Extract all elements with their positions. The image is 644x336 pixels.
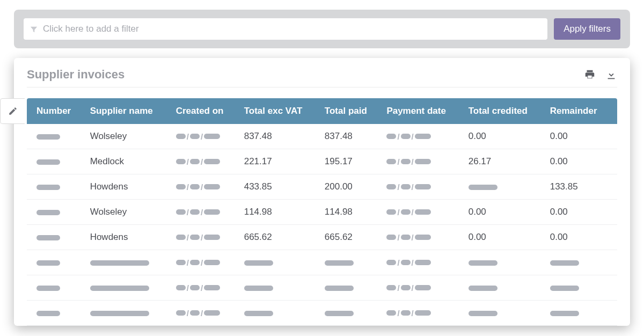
table-row[interactable]: Wolseley//114.98114.98//0.000.00 bbox=[27, 200, 617, 225]
placeholder bbox=[469, 286, 497, 291]
placeholder bbox=[190, 235, 200, 240]
table-header-row: Number Supplier name Created on Total ex… bbox=[27, 98, 617, 124]
table-row[interactable]: Howdens//433.85200.00//133.85 bbox=[27, 174, 617, 200]
date-placeholder: // bbox=[176, 309, 220, 317]
placeholder bbox=[36, 185, 60, 190]
placeholder bbox=[386, 260, 396, 265]
placeholder bbox=[36, 210, 60, 215]
cell-created: // bbox=[171, 200, 239, 225]
placeholder bbox=[90, 286, 149, 291]
cell-total-credited bbox=[463, 275, 545, 301]
cell-total-paid: 837.48 bbox=[319, 124, 382, 149]
col-total-credited[interactable]: Total credited bbox=[463, 98, 545, 124]
placeholder bbox=[36, 159, 60, 165]
placeholder bbox=[386, 285, 396, 290]
cell-total-paid bbox=[319, 250, 382, 275]
table-row[interactable]: //// bbox=[27, 275, 617, 301]
cell-total-credited: 26.17 bbox=[463, 149, 545, 174]
cell-total-paid bbox=[319, 301, 382, 326]
cell-remainder: 133.85 bbox=[545, 174, 617, 200]
print-icon[interactable] bbox=[584, 69, 596, 81]
cell-created: // bbox=[171, 124, 239, 149]
placeholder bbox=[401, 285, 411, 290]
cell-number bbox=[27, 124, 85, 149]
placeholder bbox=[550, 311, 579, 316]
col-total-exc-vat[interactable]: Total exc VAT bbox=[239, 98, 319, 124]
download-icon[interactable] bbox=[605, 69, 617, 81]
placeholder bbox=[190, 184, 200, 189]
placeholder bbox=[190, 209, 200, 215]
cell-supplier: Wolseley bbox=[85, 200, 171, 225]
placeholder bbox=[401, 159, 411, 164]
cell-number bbox=[27, 275, 85, 301]
placeholder bbox=[401, 134, 411, 139]
cell-payment-date: // bbox=[381, 124, 463, 149]
invoices-table: Number Supplier name Created on Total ex… bbox=[27, 98, 617, 326]
placeholder bbox=[401, 209, 411, 215]
placeholder bbox=[415, 260, 431, 265]
cell-remainder: 0.00 bbox=[545, 149, 617, 174]
col-payment-date[interactable]: Payment date bbox=[381, 98, 463, 124]
placeholder bbox=[469, 185, 497, 190]
date-placeholder: // bbox=[176, 284, 220, 292]
cell-payment-date: // bbox=[381, 174, 463, 200]
placeholder bbox=[36, 235, 60, 240]
cell-payment-date: // bbox=[381, 149, 463, 174]
placeholder bbox=[325, 286, 354, 291]
cell-number bbox=[27, 200, 85, 225]
cell-total-credited: 0.00 bbox=[463, 124, 545, 149]
placeholder bbox=[190, 134, 200, 139]
table-row[interactable]: Wolseley//837.48837.48//0.000.00 bbox=[27, 124, 617, 149]
placeholder bbox=[204, 184, 220, 189]
date-placeholder: // bbox=[386, 259, 430, 267]
placeholder bbox=[176, 260, 186, 265]
cell-created: // bbox=[171, 149, 239, 174]
col-supplier[interactable]: Supplier name bbox=[85, 98, 171, 124]
cell-supplier bbox=[85, 250, 171, 275]
placeholder bbox=[176, 159, 186, 164]
placeholder bbox=[401, 235, 411, 240]
cell-number bbox=[27, 149, 85, 174]
date-placeholder: // bbox=[386, 183, 430, 191]
date-placeholder: // bbox=[386, 208, 430, 216]
cell-created: // bbox=[171, 301, 239, 326]
date-placeholder: // bbox=[386, 309, 430, 317]
placeholder bbox=[415, 159, 431, 164]
cell-total-exc-vat bbox=[239, 301, 319, 326]
col-remainder[interactable]: Remainder bbox=[545, 98, 617, 124]
table-row[interactable]: //// bbox=[27, 250, 617, 275]
cell-total-paid: 114.98 bbox=[319, 200, 382, 225]
col-created[interactable]: Created on bbox=[171, 98, 239, 124]
placeholder bbox=[176, 310, 186, 316]
filter-bar: Click here to add a filter Apply filters bbox=[14, 10, 630, 48]
date-placeholder: // bbox=[386, 158, 430, 166]
cell-payment-date: // bbox=[381, 225, 463, 250]
cell-remainder: 0.00 bbox=[545, 200, 617, 225]
col-total-paid[interactable]: Total paid bbox=[319, 98, 382, 124]
apply-filters-button[interactable]: Apply filters bbox=[554, 18, 620, 40]
table-row[interactable]: Howdens//665.62665.62//0.000.00 bbox=[27, 225, 617, 250]
cell-number bbox=[27, 225, 85, 250]
placeholder bbox=[36, 134, 60, 140]
cell-payment-date: // bbox=[381, 301, 463, 326]
placeholder bbox=[415, 310, 431, 316]
cell-total-exc-vat: 665.62 bbox=[239, 225, 319, 250]
col-number[interactable]: Number bbox=[27, 98, 85, 124]
table-row[interactable]: Medlock//221.17195.17//26.170.00 bbox=[27, 149, 617, 174]
placeholder bbox=[386, 235, 396, 240]
table-row[interactable]: //// bbox=[27, 301, 617, 326]
placeholder bbox=[204, 159, 220, 164]
cell-supplier: Wolseley bbox=[85, 124, 171, 149]
date-placeholder: // bbox=[176, 183, 220, 191]
placeholder bbox=[386, 209, 396, 215]
edit-columns-tab[interactable] bbox=[0, 98, 25, 124]
cell-total-credited bbox=[463, 250, 545, 275]
cell-total-exc-vat bbox=[239, 250, 319, 275]
placeholder bbox=[176, 235, 186, 240]
cell-remainder: 0.00 bbox=[545, 124, 617, 149]
cell-total-paid bbox=[319, 275, 382, 301]
filter-input[interactable]: Click here to add a filter bbox=[24, 18, 547, 40]
cell-total-paid: 200.00 bbox=[319, 174, 382, 200]
placeholder bbox=[401, 184, 411, 189]
cell-created: // bbox=[171, 275, 239, 301]
